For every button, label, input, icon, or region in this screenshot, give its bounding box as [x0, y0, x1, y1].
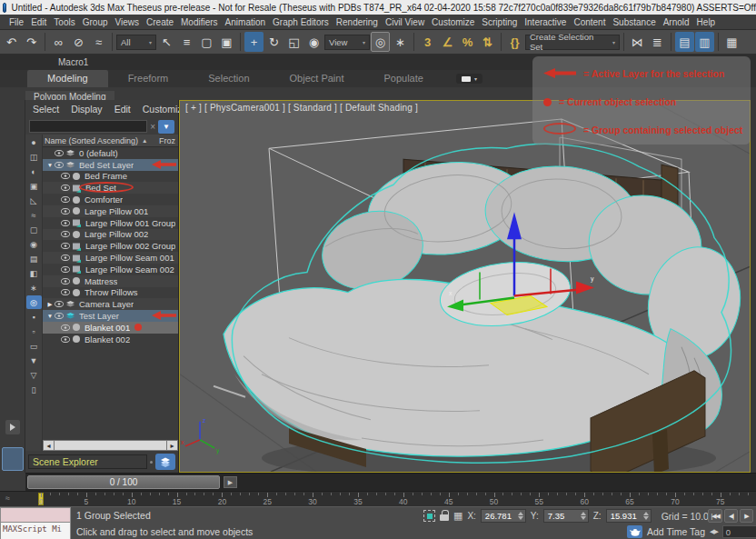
timeline-ruler[interactable]: ≈ 051015202530354045505560657075: [0, 491, 756, 506]
ribbon-tab-modeling[interactable]: Modeling: [27, 70, 108, 87]
unlink-selection-button[interactable]: ⊘: [69, 32, 88, 52]
visibility-eye-icon[interactable]: [61, 208, 70, 215]
visibility-eye-icon[interactable]: [55, 150, 64, 156]
layer-row-blanket-001[interactable]: Blanket 001: [43, 322, 178, 334]
macro-tab-label[interactable]: Macro1: [58, 57, 88, 67]
expand-panel-button[interactable]: [5, 420, 20, 434]
explorer-title-field[interactable]: Scene Explorer: [28, 454, 147, 469]
named-selection-set-dropdown[interactable]: Create Selection Set▾: [525, 35, 620, 50]
trackbar-mode-icon[interactable]: ≈: [5, 494, 10, 503]
time-slider[interactable]: 0 / 100 ▶: [25, 473, 756, 491]
visibility-eye-icon[interactable]: [61, 289, 70, 295]
z-spinner-icon[interactable]: [643, 512, 649, 520]
menu-content[interactable]: Content: [570, 17, 609, 27]
menu-help[interactable]: Help: [693, 17, 720, 27]
x-coordinate-field[interactable]: 26.781: [481, 509, 526, 523]
menu-views[interactable]: Views: [112, 17, 144, 27]
layer-row-large-pillow-seam-002[interactable]: Large Pillow Seam 002: [43, 264, 178, 275]
explorer-menu-display[interactable]: Display: [71, 104, 102, 115]
maxscript-macro-row[interactable]: [0, 507, 71, 523]
viewport[interactable]: x y z x y [ + ] [ PhysCamera001 ] [ Stan…: [179, 100, 751, 473]
ribbon-tab-object-paint[interactable]: Object Paint: [270, 70, 364, 87]
visibility-eye-icon[interactable]: [55, 301, 64, 307]
display-cameras-icon[interactable]: ▣: [26, 179, 42, 193]
pick-parent-icon[interactable]: ▭: [26, 339, 42, 353]
lock-cell-editing-icon[interactable]: ▪: [26, 310, 42, 324]
ribbon-tab-selection[interactable]: Selection: [188, 70, 269, 87]
display-containers-icon[interactable]: ▤: [26, 252, 42, 265]
key-mode-toggle-button[interactable]: ◀▶: [710, 528, 718, 535]
select-and-manipulate-button[interactable]: ∗: [391, 32, 410, 52]
select-by-name-button[interactable]: ≡: [177, 32, 196, 52]
visibility-eye-icon[interactable]: [61, 324, 70, 331]
use-pivot-point-center-button[interactable]: ◎: [371, 32, 390, 52]
scrollbar-thumb[interactable]: [55, 440, 166, 451]
expand-arrow-icon[interactable]: ▶: [45, 301, 55, 308]
play-animation-button[interactable]: ▶: [740, 509, 753, 523]
sync-selection-icon[interactable]: ▫: [26, 324, 42, 338]
isolate-selection-icon[interactable]: [423, 510, 435, 522]
menu-modifiers[interactable]: Modifiers: [177, 17, 222, 27]
visibility-eye-icon[interactable]: [61, 336, 70, 343]
select-object-button[interactable]: ↖: [157, 32, 176, 52]
name-column-header[interactable]: Name (Sorted Ascending): [45, 136, 138, 145]
list-header[interactable]: Name (Sorted Ascending) ▲ Froz: [43, 135, 178, 147]
visibility-eye-icon[interactable]: [61, 243, 70, 249]
layer-row-large-pillow-002[interactable]: Large Pillow 002: [43, 229, 178, 241]
explorer-search-input[interactable]: [29, 120, 147, 133]
select-and-place-button[interactable]: ◉: [304, 32, 323, 52]
bind-to-space-warp-button[interactable]: ≈: [89, 32, 108, 52]
maxscript-listener-row[interactable]: MAXScript Mi: [0, 523, 71, 539]
explorer-menu-select[interactable]: Select: [33, 104, 59, 115]
selection-lock-icon[interactable]: [440, 510, 449, 522]
ribbon-tab-populate[interactable]: Populate: [363, 70, 443, 87]
layer-row-test-layer[interactable]: ▼Test Layer: [43, 310, 178, 322]
align-button[interactable]: ≣: [648, 32, 667, 52]
spinner-snap-toggle-button[interactable]: ⇅: [478, 32, 497, 52]
layer-row-blanket-002[interactable]: Blanket 002: [43, 334, 178, 345]
previous-frame-button[interactable]: ◀|: [724, 509, 738, 523]
toggle-layer-explorer-button[interactable]: ▥: [695, 32, 714, 52]
filter-funnel-icon[interactable]: ▼: [158, 120, 174, 134]
display-lights-icon[interactable]: ◐: [26, 165, 42, 178]
scroll-right-icon[interactable]: ▸: [166, 440, 178, 451]
container-icon[interactable]: ▯: [26, 383, 42, 396]
menu-customize[interactable]: Customize: [428, 17, 478, 27]
menu-rendering[interactable]: Rendering: [333, 17, 382, 27]
menu-create[interactable]: Create: [143, 17, 177, 27]
edit-named-selection-sets-button[interactable]: {}: [505, 32, 524, 52]
menu-scripting[interactable]: Scripting: [478, 17, 521, 27]
layer-row-large-pillow-seam-001[interactable]: Large Pillow Seam 001: [43, 252, 178, 264]
menu-tools[interactable]: Tools: [50, 17, 78, 27]
visibility-eye-icon[interactable]: [61, 255, 70, 261]
time-slider-next-button[interactable]: ▶: [224, 476, 237, 488]
display-frozen-icon[interactable]: ∗: [26, 281, 42, 294]
menu-group[interactable]: Group: [79, 17, 112, 27]
reference-coordinate-system-dropdown[interactable]: View▾: [324, 35, 370, 50]
percent-snap-toggle-button[interactable]: %: [458, 32, 477, 52]
visibility-eye-icon[interactable]: [55, 162, 64, 168]
display-helpers-icon[interactable]: ◺: [26, 194, 42, 207]
scroll-left-icon[interactable]: ◂: [43, 440, 55, 451]
viewport-3d-scene[interactable]: x y z x y: [180, 101, 750, 472]
select-none-filter-icon[interactable]: ▼: [26, 354, 42, 367]
menu-file[interactable]: File: [5, 17, 27, 27]
layer-row-throw-pillows[interactable]: Throw Pillows: [43, 287, 178, 299]
display-hidden-icon[interactable]: ◎: [26, 295, 42, 309]
collapse-arrow-icon[interactable]: ▼: [45, 162, 55, 168]
layer-row-0-default[interactable]: 0 (default): [43, 147, 178, 159]
window-crossing-toggle-button[interactable]: ▣: [217, 32, 236, 52]
frozen-column-header[interactable]: Froz: [159, 136, 176, 145]
layer-row-large-pillow-001-group[interactable]: Large Pillow 001 Group: [43, 217, 178, 229]
add-time-tag-label[interactable]: Add Time Tag: [647, 526, 705, 537]
display-space-warps-icon[interactable]: ≈: [26, 208, 42, 222]
layer-row-large-pillow-001[interactable]: Large Pillow 001: [43, 205, 178, 217]
menu-interactive[interactable]: Interactive: [521, 17, 570, 27]
visibility-eye-icon[interactable]: [61, 278, 70, 284]
display-materials-icon[interactable]: ◧: [26, 266, 42, 280]
snaps-toggle-button[interactable]: 3: [418, 32, 437, 52]
layer-row-large-pillow-002-group[interactable]: Large Pillow 002 Group: [43, 240, 178, 252]
maxscript-mini-listener[interactable]: MAXScript Mi: [0, 507, 71, 539]
x-spinner-icon[interactable]: [518, 512, 523, 520]
menu-edit[interactable]: Edit: [27, 17, 50, 27]
